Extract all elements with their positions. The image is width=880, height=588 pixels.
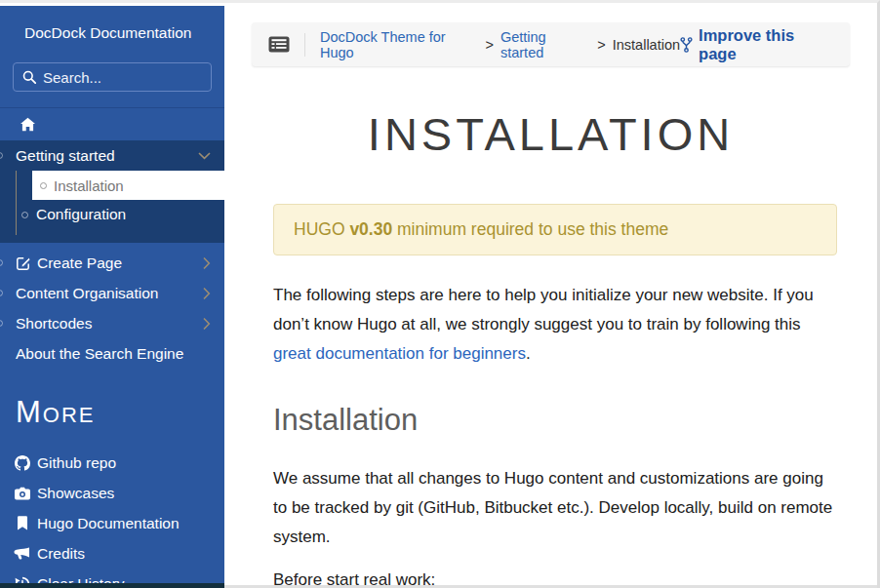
breadcrumb-section-link[interactable]: Getting started xyxy=(500,29,590,60)
search-box[interactable] xyxy=(13,62,212,92)
bullet-icon xyxy=(0,259,3,266)
submenu-guide-line xyxy=(16,171,17,235)
bullet-icon xyxy=(0,320,3,327)
improve-this-page-link[interactable]: Improve this page xyxy=(680,26,833,63)
sidebar-item-label: Installation xyxy=(54,177,124,194)
camera-icon xyxy=(14,487,30,500)
intro-text: The following steps are here to help you… xyxy=(273,286,814,333)
sidebar-bottom-strip xyxy=(0,583,224,588)
breadcrumb: DocDock Theme for Hugo > Getting started… xyxy=(320,29,680,60)
sidebar-item-about-search-engine[interactable]: About the Search Engine xyxy=(0,338,224,369)
edit-icon xyxy=(16,255,31,271)
breadcrumb-separator: > xyxy=(597,37,605,53)
chevron-right-icon[interactable] xyxy=(203,317,211,330)
sidebar-nav-list: Create Page Content Organisation Shortco… xyxy=(0,248,224,369)
notice-version: v0.30 xyxy=(349,219,392,239)
sidebar-item-label: Configuration xyxy=(36,206,126,223)
bullet-icon xyxy=(0,290,3,296)
sidebar-item-label: Credits xyxy=(37,545,85,563)
improve-label: Improve this page xyxy=(699,26,833,63)
sidebar-item-label: Getting started xyxy=(16,147,115,165)
sidebar-item-github-repo[interactable]: Github repo xyxy=(0,448,224,478)
getting-started-section: Getting started Installation Configurati… xyxy=(0,140,224,243)
breadcrumb-separator: > xyxy=(485,37,493,53)
list-icon[interactable] xyxy=(268,36,290,53)
breadcrumb-current-page: Installation xyxy=(613,37,680,53)
body-paragraph: Before start real work: xyxy=(273,566,837,588)
chevron-down-icon[interactable] xyxy=(198,152,211,160)
sidebar-item-label: Hugo Documentation xyxy=(37,515,180,532)
article-body: HUGO v0.30 minimum required to use this … xyxy=(273,204,837,588)
sidebar: DocDock Documentation Getting started xyxy=(0,6,224,588)
sidebar-item-label: About the Search Engine xyxy=(16,345,183,363)
sidebar-item-showcases[interactable]: Showcases xyxy=(0,478,224,508)
notice-text-prefix: HUGO xyxy=(294,219,349,239)
more-heading: More xyxy=(16,394,224,431)
search-icon xyxy=(22,70,36,84)
sidebar-item-credits[interactable]: Credits xyxy=(0,538,224,568)
sidebar-item-configuration[interactable]: Configuration xyxy=(0,200,224,229)
breadcrumb-bar: DocDock Theme for Hugo > Getting started… xyxy=(252,22,850,66)
sidebar-more-list: Github repo Showcases Hugo Documentation… xyxy=(0,448,224,588)
sidebar-item-label: Content Organisation xyxy=(16,285,158,302)
sidebar-item-shortcodes[interactable]: Shortcodes xyxy=(0,308,224,338)
intro-paragraph: The following steps are here to help you… xyxy=(273,281,837,369)
sidebar-item-label: Create Page xyxy=(37,255,122,272)
github-icon xyxy=(14,455,30,471)
intro-text-end: . xyxy=(526,344,531,363)
notice-box: HUGO v0.30 minimum required to use this … xyxy=(273,204,837,255)
sidebar-item-hugo-documentation[interactable]: Hugo Documentation xyxy=(0,508,224,538)
home-icon xyxy=(20,117,36,132)
getting-started-submenu: Installation Configuration xyxy=(0,171,224,229)
bullet-icon xyxy=(40,182,47,189)
chevron-right-icon[interactable] xyxy=(203,256,211,269)
megaphone-icon xyxy=(14,547,30,561)
git-fork-icon xyxy=(680,37,693,53)
breadcrumb-root-link[interactable]: DocDock Theme for Hugo xyxy=(320,29,478,60)
main-content: DocDock Theme for Hugo > Getting started… xyxy=(224,6,877,588)
sidebar-item-installation-active[interactable]: Installation xyxy=(32,171,224,200)
page: DocDock Documentation Getting started xyxy=(0,0,880,588)
section-heading-installation: Installation xyxy=(273,402,837,439)
body-paragraph: We assume that all changes to Hugo conte… xyxy=(273,464,837,552)
sidebar-item-create-page[interactable]: Create Page xyxy=(0,248,224,278)
divider xyxy=(304,33,305,57)
site-title[interactable]: DocDock Documentation xyxy=(0,6,224,42)
search-input[interactable] xyxy=(43,69,224,86)
page-title: INSTALLATION xyxy=(224,108,877,161)
beginners-doc-link[interactable]: great documentation for beginners xyxy=(273,344,526,363)
bookmark-icon xyxy=(14,516,30,530)
sidebar-item-label: Showcases xyxy=(37,485,114,502)
bullet-icon xyxy=(0,152,3,159)
bullet-icon xyxy=(21,212,28,218)
sidebar-item-getting-started[interactable]: Getting started xyxy=(0,140,224,171)
sidebar-item-label: Github repo xyxy=(37,454,116,472)
sidebar-item-label: Shortcodes xyxy=(16,315,92,333)
sidebar-item-home[interactable] xyxy=(0,107,224,140)
notice-text-suffix: minimum required to use this theme xyxy=(392,219,668,239)
chevron-right-icon[interactable] xyxy=(203,287,211,299)
sidebar-item-content-organisation[interactable]: Content Organisation xyxy=(0,278,224,308)
